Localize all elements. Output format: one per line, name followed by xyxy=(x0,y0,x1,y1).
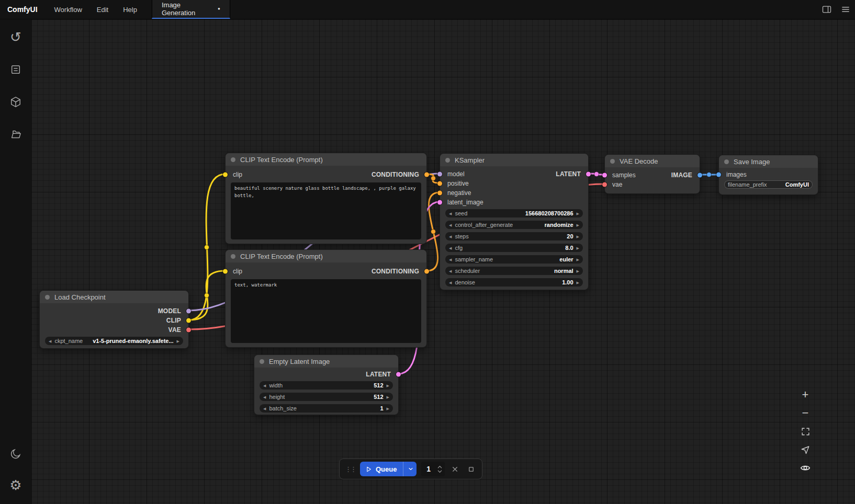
output-slot-latent[interactable] xyxy=(586,172,591,177)
input-slot-samples[interactable] xyxy=(602,173,607,178)
input-slot-latent-image[interactable] xyxy=(437,200,442,205)
collapse-dot[interactable] xyxy=(724,159,729,164)
stepper-down-icon[interactable] xyxy=(437,469,443,474)
decrement-icon[interactable]: ◀ xyxy=(263,384,266,387)
fit-view-button[interactable] xyxy=(799,426,812,437)
zoom-out-button[interactable]: − xyxy=(799,407,812,419)
decrement-icon[interactable]: ◀ xyxy=(449,258,452,261)
collapse-dot[interactable] xyxy=(260,359,264,364)
node-ksampler[interactable]: KSampler model LATENT positive negative … xyxy=(440,153,589,290)
widget-height[interactable]: ◀ height 512 ▶ xyxy=(260,393,393,401)
queue-options-button[interactable] xyxy=(403,462,417,476)
increment-icon[interactable]: ▶ xyxy=(177,339,179,343)
widget-steps[interactable]: ◀ steps 20 ▶ xyxy=(445,232,583,240)
increment-icon[interactable]: ▶ xyxy=(577,246,579,250)
increment-icon[interactable]: ▶ xyxy=(577,235,579,238)
input-slot-positive[interactable] xyxy=(437,181,442,186)
increment-icon[interactable]: ▶ xyxy=(577,223,579,227)
widget-scheduler[interactable]: ◀ scheduler normal ▶ xyxy=(445,267,583,275)
node-header[interactable]: Empty Latent Image xyxy=(254,355,398,368)
widget-sampler-name[interactable]: ◀ sampler_name euler ▶ xyxy=(445,255,583,264)
input-slot-model[interactable] xyxy=(437,172,442,177)
menu-help[interactable]: Help xyxy=(116,0,144,19)
widget-seed[interactable]: ◀ seed 156680208700286 ▶ xyxy=(445,209,583,217)
collapse-dot[interactable] xyxy=(231,157,235,162)
prompt-textarea[interactable]: beautiful scenery nature glass bottle la… xyxy=(231,182,421,239)
node-header[interactable]: Load Checkpoint xyxy=(40,291,188,303)
input-slot-clip[interactable] xyxy=(223,173,228,177)
output-slot-model[interactable] xyxy=(186,309,191,314)
node-header[interactable]: CLIP Text Encode (Prompt) xyxy=(226,153,426,166)
output-slot-latent[interactable] xyxy=(396,372,401,377)
sidebar-queue-history-button[interactable]: ↺ xyxy=(5,27,26,48)
decrement-icon[interactable]: ◀ xyxy=(449,235,452,238)
collapse-dot[interactable] xyxy=(610,159,615,164)
stepper-up-icon[interactable] xyxy=(437,465,443,469)
input-slot-clip[interactable] xyxy=(223,269,228,274)
decrement-icon[interactable]: ◀ xyxy=(449,212,452,215)
node-save-image[interactable]: Save Image images filename_prefix ComfyU… xyxy=(718,155,818,195)
collapse-dot[interactable] xyxy=(45,295,50,300)
widget-denoise[interactable]: ◀ denoise 1.00 ▶ xyxy=(445,278,583,287)
widget-control-after-generate[interactable]: ◀ control_after_generate randomize ▶ xyxy=(445,221,583,229)
increment-icon[interactable]: ▶ xyxy=(577,258,579,261)
interrupt-button[interactable] xyxy=(466,463,477,475)
prompt-textarea[interactable]: text, watermark xyxy=(231,279,421,343)
queue-button[interactable]: Queue xyxy=(360,462,417,476)
batch-count-input[interactable]: 1 xyxy=(421,462,445,476)
increment-icon[interactable]: ▶ xyxy=(387,384,389,387)
node-header[interactable]: KSampler xyxy=(440,154,588,166)
input-slot-images[interactable] xyxy=(716,173,721,177)
node-clip-text-encode-positive[interactable]: CLIP Text Encode (Prompt) clip CONDITION… xyxy=(225,153,427,244)
drag-handle-icon[interactable]: ⋮⋮ xyxy=(345,466,355,473)
slot-row: model LATENT xyxy=(440,169,588,179)
sidebar-node-library-button[interactable] xyxy=(5,59,26,80)
node-load-checkpoint[interactable]: Load Checkpoint MODEL CLIP VAE ◀ ckpt_na… xyxy=(39,290,189,349)
node-clip-text-encode-negative[interactable]: CLIP Text Encode (Prompt) clip CONDITION… xyxy=(225,249,427,348)
sidebar-model-library-button[interactable] xyxy=(5,91,26,112)
increment-icon[interactable]: ▶ xyxy=(387,395,389,399)
decrement-icon[interactable]: ◀ xyxy=(449,246,452,250)
node-header[interactable]: VAE Decode xyxy=(605,155,700,167)
menu-workflow[interactable]: Workflow xyxy=(47,0,89,19)
input-slot-negative[interactable] xyxy=(437,191,442,196)
zoom-in-button[interactable]: + xyxy=(799,389,812,400)
output-slot-image[interactable] xyxy=(698,173,702,178)
node-vae-decode[interactable]: VAE Decode samples IMAGE vae xyxy=(604,154,700,194)
decrement-icon[interactable]: ◀ xyxy=(449,223,452,227)
toggle-link-visibility-button[interactable] xyxy=(799,462,812,474)
widget-ckpt-name[interactable]: ◀ ckpt_name v1-5-pruned-emaonly.safete..… xyxy=(45,337,183,345)
sidebar-theme-toggle-button[interactable] xyxy=(5,443,26,464)
collapse-dot[interactable] xyxy=(231,254,235,259)
decrement-icon[interactable]: ◀ xyxy=(449,281,452,284)
select-mode-button[interactable] xyxy=(799,444,812,455)
sidebar-workflows-button[interactable] xyxy=(5,124,26,145)
output-slot-vae[interactable] xyxy=(186,328,191,333)
node-empty-latent-image[interactable]: Empty Latent Image LATENT ◀ width 512 ▶ … xyxy=(254,354,399,415)
decrement-icon[interactable]: ◀ xyxy=(263,395,266,399)
node-header[interactable]: CLIP Text Encode (Prompt) xyxy=(226,250,426,262)
output-slot-clip[interactable] xyxy=(186,318,191,323)
decrement-icon[interactable]: ◀ xyxy=(49,339,51,343)
sidebar-settings-button[interactable]: ⚙ xyxy=(5,475,26,496)
toggle-panel-button[interactable] xyxy=(817,0,836,19)
increment-icon[interactable]: ▶ xyxy=(577,281,579,284)
increment-icon[interactable]: ▶ xyxy=(577,269,579,273)
decrement-icon[interactable]: ◀ xyxy=(449,269,452,273)
workflow-tab[interactable]: Image Generation ● xyxy=(152,0,230,19)
menu-edit[interactable]: Edit xyxy=(89,0,116,19)
collapse-dot[interactable] xyxy=(445,158,450,163)
output-slot-conditioning[interactable] xyxy=(424,269,429,274)
increment-icon[interactable]: ▶ xyxy=(387,407,389,410)
node-header[interactable]: Save Image xyxy=(719,155,818,168)
increment-icon[interactable]: ▶ xyxy=(577,212,579,215)
widget-batch-size[interactable]: ◀ batch_size 1 ▶ xyxy=(260,404,393,413)
output-slot-conditioning[interactable] xyxy=(424,173,429,177)
decrement-icon[interactable]: ◀ xyxy=(263,407,266,410)
input-slot-vae[interactable] xyxy=(602,182,607,187)
widget-width[interactable]: ◀ width 512 ▶ xyxy=(260,381,393,390)
widget-cfg[interactable]: ◀ cfg 8.0 ▶ xyxy=(445,244,583,252)
main-menu-button[interactable] xyxy=(836,0,855,19)
widget-filename-prefix[interactable]: filename_prefix ComfyUI xyxy=(724,180,813,189)
clear-queue-button[interactable] xyxy=(449,463,460,475)
